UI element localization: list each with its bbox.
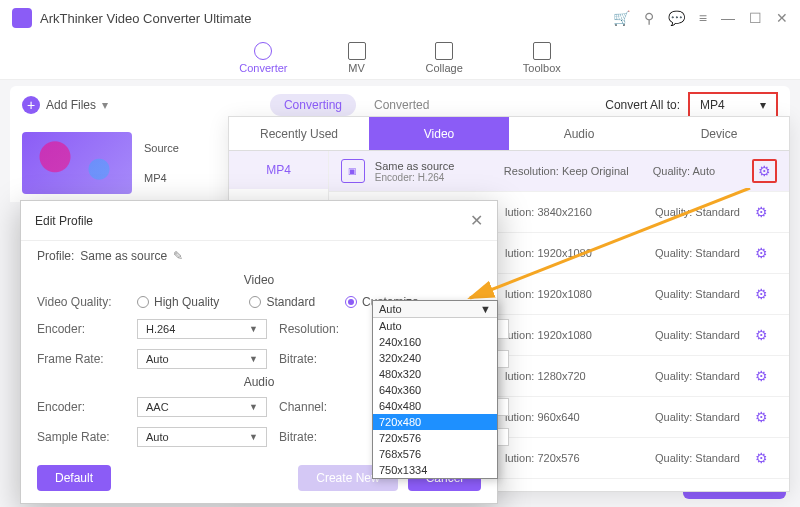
plus-icon: + (22, 96, 40, 114)
gear-icon[interactable]: ⚙ (755, 368, 768, 384)
audio-encoder-label: Encoder: (37, 400, 125, 414)
tab-toolbox[interactable]: Toolbox (523, 42, 561, 74)
tab-mv-label: MV (348, 62, 365, 74)
gear-icon[interactable]: ⚙ (755, 450, 768, 466)
tab-converter-label: Converter (239, 62, 287, 74)
preset-quality: Quality: Standard (655, 329, 755, 341)
close-icon[interactable]: ✕ (776, 10, 788, 26)
source-label: Source (144, 142, 179, 154)
maximize-icon[interactable]: ☐ (749, 10, 762, 26)
video-quality-label: Video Quality: (37, 295, 125, 309)
gear-icon[interactable]: ⚙ (755, 286, 768, 302)
resolution-option[interactable]: 640x480 (373, 398, 497, 414)
minimize-icon[interactable]: — (721, 10, 735, 26)
video-bitrate-label: Bitrate: (279, 352, 367, 366)
video-encoder-value: H.264 (146, 323, 175, 335)
tab-toolbox-label: Toolbox (523, 62, 561, 74)
video-encoder-select[interactable]: H.264▼ (137, 319, 267, 339)
radio-standard[interactable]: Standard (249, 295, 315, 309)
collage-icon (435, 42, 453, 60)
resolution-dropdown-list[interactable]: Auto▼ Auto240x160320x240480x320640x36064… (372, 300, 498, 479)
preset-resolution: lution: 1280x720 (505, 370, 655, 382)
format-preset-row[interactable]: ▣Same as sourceEncoder: H.264Resolution:… (329, 151, 789, 192)
profile-label: Profile: (37, 249, 74, 263)
edit-profile-name-icon[interactable]: ✎ (173, 249, 183, 263)
cart-icon[interactable]: 🛒 (613, 10, 630, 26)
preset-resolution: lution: 1920x1080 (505, 247, 655, 259)
resolution-dropdown-header[interactable]: Auto▼ (373, 301, 497, 318)
sample-rate-value: Auto (146, 431, 169, 443)
format-tab-audio[interactable]: Audio (509, 117, 649, 151)
gear-icon[interactable]: ⚙ (755, 409, 768, 425)
format-select-value: MP4 (700, 98, 725, 112)
pill-converting[interactable]: Converting (270, 94, 356, 116)
resolution-option[interactable]: 768x576 (373, 446, 497, 462)
preset-resolution: lution: 960x640 (505, 411, 655, 423)
preset-quality: Quality: Standard (655, 247, 755, 259)
resolution-option[interactable]: 240x160 (373, 334, 497, 350)
chevron-down-icon: ▾ (760, 98, 766, 112)
radio-high-quality[interactable]: High Quality (137, 295, 219, 309)
preset-title: Same as source (375, 160, 504, 172)
resolution-option[interactable]: 640x360 (373, 382, 497, 398)
preset-quality: Quality: Standard (655, 288, 755, 300)
converter-icon (254, 42, 272, 60)
default-button[interactable]: Default (37, 465, 111, 491)
resolution-option[interactable]: 320x240 (373, 350, 497, 366)
format-tab-recent[interactable]: Recently Used (229, 117, 369, 151)
app-logo (12, 8, 32, 28)
frame-rate-select[interactable]: Auto▼ (137, 349, 267, 369)
video-encoder-label: Encoder: (37, 322, 125, 336)
radio-standard-label: Standard (266, 295, 315, 309)
format-tab-video[interactable]: Video (369, 117, 509, 151)
channel-label: Channel: (279, 400, 367, 414)
resolution-option[interactable]: 750x1334 (373, 462, 497, 478)
profile-value: Same as source (80, 249, 167, 263)
tab-collage-label: Collage (426, 62, 463, 74)
tab-collage[interactable]: Collage (426, 42, 463, 74)
video-section-title: Video (37, 273, 481, 287)
main-tabs: Converter MV Collage Toolbox (0, 36, 800, 80)
resolution-option[interactable]: 720x576 (373, 430, 497, 446)
resolution-option[interactable]: Auto (373, 318, 497, 334)
preset-encoder: Encoder: H.264 (375, 172, 504, 183)
video-thumbnail[interactable] (22, 132, 132, 194)
resolution-label: Resolution: (279, 322, 367, 336)
format-tab-device[interactable]: Device (649, 117, 789, 151)
res-dd-header-value: Auto (379, 303, 402, 315)
preset-resolution: Resolution: Keep Original (504, 165, 653, 177)
gear-icon[interactable]: ⚙ (755, 204, 768, 220)
key-icon[interactable]: ⚲ (644, 10, 654, 26)
gear-icon[interactable]: ⚙ (755, 245, 768, 261)
resolution-option[interactable]: 720x480 (373, 414, 497, 430)
chevron-down-icon: ▾ (102, 98, 108, 112)
preset-quality: Quality: Standard (655, 370, 755, 382)
sample-rate-label: Sample Rate: (37, 430, 125, 444)
mv-icon (348, 42, 366, 60)
tab-mv[interactable]: MV (348, 42, 366, 74)
modal-title: Edit Profile (35, 214, 93, 228)
modal-close-icon[interactable]: ✕ (470, 211, 483, 230)
preset-quality: Quality: Auto (653, 165, 752, 177)
sample-rate-select[interactable]: Auto▼ (137, 427, 267, 447)
file-info: Source MP4 (144, 142, 179, 184)
add-files-button[interactable]: + Add Files ▾ (22, 96, 108, 114)
resolution-option[interactable]: 480x320 (373, 366, 497, 382)
preset-resolution: lution: 1920x1080 (505, 329, 655, 341)
preset-resolution: lution: 1920x1080 (505, 288, 655, 300)
title-bar: ArkThinker Video Converter Ultimate 🛒 ⚲ … (0, 0, 800, 36)
toolbox-icon (533, 42, 551, 60)
add-files-label: Add Files (46, 98, 96, 112)
preset-quality: Quality: Standard (655, 452, 755, 464)
menu-icon[interactable]: ≡ (699, 10, 707, 26)
feedback-icon[interactable]: 💬 (668, 10, 685, 26)
gear-icon[interactable]: ⚙ (752, 159, 777, 183)
preset-resolution: lution: 3840x2160 (505, 206, 655, 218)
gear-icon[interactable]: ⚙ (755, 327, 768, 343)
frame-rate-label: Frame Rate: (37, 352, 125, 366)
pill-converted[interactable]: Converted (360, 94, 443, 116)
format-type-mp4[interactable]: MP4 (229, 151, 328, 189)
tab-converter[interactable]: Converter (239, 42, 287, 74)
convert-all-format-select[interactable]: MP4 ▾ (688, 92, 778, 118)
audio-encoder-select[interactable]: AAC▼ (137, 397, 267, 417)
